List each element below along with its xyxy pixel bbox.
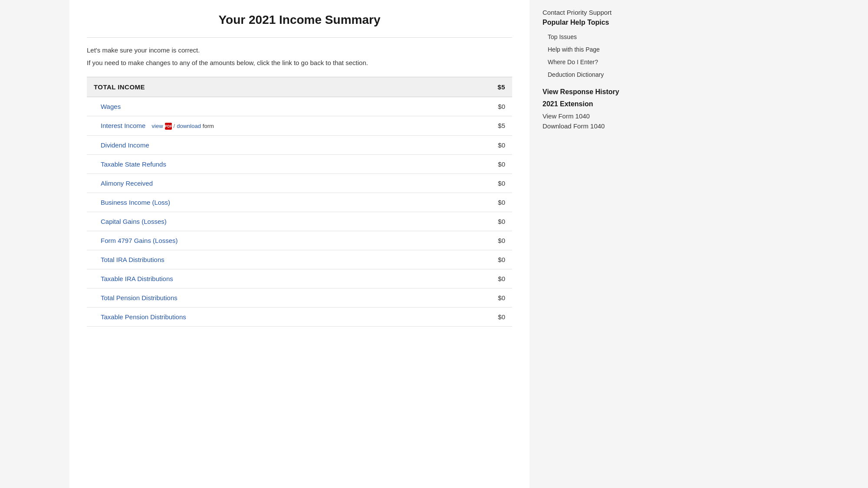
- table-row: Taxable Pension Distributions $0: [87, 307, 512, 326]
- total-income-row: TOTAL INCOME $5: [87, 77, 512, 97]
- taxable-state-refunds-link[interactable]: Taxable State Refunds: [101, 160, 166, 168]
- right-sidebar: Contact Priority Support Popular Help To…: [529, 0, 677, 488]
- where-do-i-enter-link[interactable]: Where Do I Enter?: [542, 56, 664, 69]
- popular-help-topics-title: Popular Help Topics: [542, 19, 664, 26]
- top-issues-link[interactable]: Top Issues: [542, 31, 664, 43]
- dividend-income-amount: $0: [438, 135, 512, 154]
- table-row: Total Pension Distributions $0: [87, 288, 512, 307]
- income-table: TOTAL INCOME $5 Wages $0 Interest Income: [87, 77, 512, 327]
- table-row: Dividend Income $0: [87, 135, 512, 154]
- table-row: Taxable State Refunds $0: [87, 154, 512, 174]
- wages-amount: $0: [438, 97, 512, 116]
- page-title: Your 2021 Income Summary: [87, 13, 512, 27]
- taxable-pension-distributions-link[interactable]: Taxable Pension Distributions: [101, 313, 186, 321]
- intro-text-2: If you need to make changes to any of th…: [87, 59, 512, 66]
- pdf-icon: PDF: [165, 123, 172, 130]
- table-row: Total IRA Distributions $0: [87, 250, 512, 269]
- form-4797-gains-losses-amount: $0: [438, 231, 512, 250]
- taxable-ira-distributions-amount: $0: [438, 269, 512, 288]
- total-income-label: TOTAL INCOME: [87, 77, 438, 97]
- download-form-link[interactable]: download: [177, 123, 201, 129]
- interest-income-link[interactable]: Interest Income: [101, 122, 145, 129]
- view-form-link[interactable]: view: [152, 123, 163, 129]
- form-label: form: [203, 123, 214, 129]
- download-form-1040-link[interactable]: Download Form 1040: [542, 122, 664, 130]
- taxable-ira-distributions-link[interactable]: Taxable IRA Distributions: [101, 275, 173, 282]
- table-row: Taxable IRA Distributions $0: [87, 269, 512, 288]
- form-link-separator: /: [174, 123, 175, 129]
- capital-gains-losses-link[interactable]: Capital Gains (Losses): [101, 218, 167, 225]
- table-row: Wages $0: [87, 97, 512, 116]
- taxable-pension-distributions-amount: $0: [438, 307, 512, 326]
- dividend-income-link[interactable]: Dividend Income: [101, 141, 149, 149]
- deduction-dictionary-link[interactable]: Deduction Dictionary: [542, 69, 664, 81]
- business-income-loss-amount: $0: [438, 193, 512, 212]
- view-form-1040-link[interactable]: View Form 1040: [542, 112, 664, 120]
- title-divider: [87, 37, 512, 38]
- contact-priority-support-link[interactable]: Contact Priority Support: [542, 9, 664, 16]
- table-row: Alimony Received $0: [87, 174, 512, 193]
- taxable-state-refunds-amount: $0: [438, 154, 512, 174]
- form-4797-gains-losses-link[interactable]: Form 4797 Gains (Losses): [101, 237, 178, 244]
- capital-gains-losses-amount: $0: [438, 212, 512, 231]
- interest-income-amount: $5: [438, 116, 512, 136]
- table-row: Capital Gains (Losses) $0: [87, 212, 512, 231]
- total-income-amount: $5: [438, 77, 512, 97]
- business-income-loss-link[interactable]: Business Income (Loss): [101, 199, 170, 206]
- table-row: Interest Income view PDF / download form…: [87, 116, 512, 136]
- popular-help-topics-section: Popular Help Topics Top Issues Help with…: [542, 19, 664, 81]
- total-ira-distributions-link[interactable]: Total IRA Distributions: [101, 256, 164, 263]
- left-sidebar: [0, 0, 69, 488]
- extension-2021-label: 2021 Extension: [542, 100, 664, 108]
- alimony-received-link[interactable]: Alimony Received: [101, 180, 153, 187]
- interest-income-form-links: view PDF / download form: [152, 123, 214, 130]
- total-pension-distributions-link[interactable]: Total Pension Distributions: [101, 294, 178, 301]
- total-ira-distributions-amount: $0: [438, 250, 512, 269]
- intro-text-1: Let's make sure your income is correct.: [87, 46, 512, 54]
- help-with-page-link[interactable]: Help with this Page: [542, 43, 664, 56]
- total-pension-distributions-amount: $0: [438, 288, 512, 307]
- main-content: Your 2021 Income Summary Let's make sure…: [69, 0, 529, 488]
- table-row: Business Income (Loss) $0: [87, 193, 512, 212]
- wages-link[interactable]: Wages: [101, 103, 121, 110]
- view-response-history[interactable]: View Response History: [542, 88, 664, 96]
- alimony-received-amount: $0: [438, 174, 512, 193]
- table-row: Form 4797 Gains (Losses) $0: [87, 231, 512, 250]
